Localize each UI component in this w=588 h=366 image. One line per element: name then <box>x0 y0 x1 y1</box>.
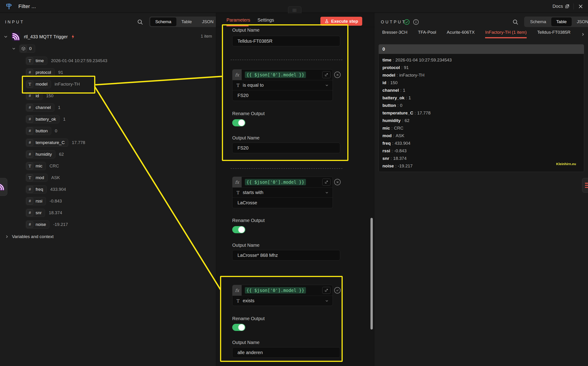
node-detail-view: Filter ... Docs ||| INPUT Schema Table J… <box>0 0 588 366</box>
mqtt-node-icon <box>11 32 20 41</box>
remove-condition-icon[interactable] <box>334 179 341 185</box>
output-view-json[interactable]: JSON <box>572 17 588 26</box>
tree-field-channel[interactable]: #channel1 <box>26 103 60 112</box>
tree-node-root[interactable]: 0 <box>11 45 35 53</box>
close-icon[interactable] <box>578 4 583 9</box>
type-number-icon: # <box>26 92 33 99</box>
tree-field-snr[interactable]: #snr18.374 <box>26 209 62 217</box>
rename-output-toggle[interactable] <box>232 119 245 126</box>
condition-group-2: fx {{ $json['0'].model }} T starts with … <box>232 176 333 208</box>
tree-field-id[interactable]: #id150 <box>26 92 54 100</box>
pinned-log-icon[interactable] <box>582 178 588 193</box>
table-row: channel:1 <box>379 86 584 94</box>
operator-select[interactable]: T exists <box>232 296 333 306</box>
tabs-scroll-right-icon[interactable] <box>581 32 585 37</box>
tree-field-freq[interactable]: #freq433.904 <box>26 185 66 194</box>
tab-tfa-pool[interactable]: TFA-Pool <box>418 30 436 37</box>
filter-node-icon <box>5 2 13 10</box>
output-rows: time:2026-01-04 10:27:59.234543 protocol… <box>379 54 584 170</box>
trigger-node-label: rtl_433 MQTT Trigger <box>24 34 68 39</box>
output-name-input-top[interactable]: Telldus-FT0385R <box>232 36 340 46</box>
output-name-input-3[interactable]: alle anderen <box>232 347 340 358</box>
operand-input[interactable]: FS20 <box>232 90 333 101</box>
expression-row[interactable]: fx {{ $json['0'].model }} <box>232 69 333 80</box>
output-view-table[interactable]: Table <box>551 17 572 26</box>
table-row: freq:433.904 <box>379 139 584 147</box>
input-item-count: 1 item <box>201 34 212 39</box>
type-number-icon: # <box>26 104 33 111</box>
output-name-label: Output Name <box>232 28 260 33</box>
tree-field-temperature[interactable]: #temperature_C17.778 <box>26 138 85 147</box>
output-group-header[interactable]: 0 <box>379 45 584 54</box>
tree-field-time[interactable]: Ttime2026-01-04 10:27:59.234543 <box>26 57 107 65</box>
expression-row[interactable]: fx {{ $json['0'].model }} <box>232 285 333 296</box>
tree-field-mod[interactable]: TmodASK <box>26 174 60 182</box>
tree-field-protocol[interactable]: #protocol91 <box>26 68 63 76</box>
parameters-header: Parameters Settings Execute step <box>216 13 374 27</box>
table-row: snr:18.374 <box>379 155 584 162</box>
success-check-icon <box>404 19 410 25</box>
expand-expression-icon[interactable] <box>322 179 331 185</box>
type-number-icon: # <box>26 221 33 228</box>
table-row: model:inFactory-TH <box>379 71 584 79</box>
panel-drag-handle[interactable]: ||| <box>288 7 301 13</box>
chevron-down-icon[interactable] <box>11 46 16 51</box>
output-name-label: Output Name <box>232 340 260 345</box>
type-number-icon: # <box>26 116 33 123</box>
type-number-icon: # <box>26 186 33 193</box>
rename-output-toggle[interactable] <box>232 226 245 233</box>
operator-select[interactable]: T is equal to <box>232 80 333 90</box>
search-icon[interactable] <box>512 19 519 25</box>
condition-valid-icon[interactable] <box>334 287 341 294</box>
tree-field-model[interactable]: TmodelinFactory-TH <box>26 80 80 88</box>
type-string-icon: T <box>26 174 33 181</box>
tree-field-battery-ok[interactable]: #battery_ok1 <box>26 115 65 123</box>
chevron-down-icon[interactable] <box>3 34 8 39</box>
tree-field-noise[interactable]: #noise-19.217 <box>26 220 68 229</box>
type-number-icon: # <box>26 198 33 205</box>
type-string-icon: T <box>237 83 239 88</box>
pinned-mqtt-node-icon[interactable] <box>0 178 7 196</box>
input-view-table[interactable]: Table <box>176 17 197 26</box>
divider <box>573 3 574 9</box>
tree-field-mic[interactable]: TmicCRC <box>26 162 59 170</box>
output-name-label: Output Name <box>232 135 260 141</box>
output-view-schema[interactable]: Schema <box>525 17 551 26</box>
tree-field-humidity[interactable]: #humidity62 <box>26 150 64 159</box>
scrollbar-thumb[interactable] <box>371 218 373 329</box>
expression-row[interactable]: fx {{ $json['0'].model }} <box>232 177 333 187</box>
expand-expression-icon[interactable] <box>322 287 331 294</box>
input-view-switcher: Schema Table JSON <box>149 16 220 27</box>
operand-input[interactable]: LaCrosse <box>232 198 333 208</box>
tab-bresser-3ch[interactable]: Bresser-3CH <box>382 30 407 37</box>
expression-value[interactable]: {{ $json['0'].model }} <box>245 179 306 185</box>
search-icon[interactable] <box>137 19 143 25</box>
remove-condition-icon[interactable] <box>334 72 341 78</box>
rename-output-toggle[interactable] <box>232 324 245 331</box>
table-row: id:150 <box>379 79 584 86</box>
type-number-icon: # <box>26 139 33 146</box>
docs-link[interactable]: Docs <box>552 4 569 9</box>
expression-value[interactable]: {{ $json['0'].model }} <box>245 287 306 294</box>
output-name-input-2[interactable]: LaCrosse* 868 Mhz <box>232 250 340 260</box>
type-string-icon: T <box>237 190 239 195</box>
operator-select[interactable]: T starts with <box>232 187 333 198</box>
tab-settings[interactable]: Settings <box>257 17 274 23</box>
flask-icon <box>325 19 329 23</box>
variables-and-context-toggle[interactable]: Variables and context <box>5 233 54 241</box>
tab-acurite-606tx[interactable]: Acurite-606TX <box>447 30 475 37</box>
tab-telldus-ft0385r[interactable]: Telldus-FT0385R <box>537 30 571 37</box>
tree-node-trigger[interactable]: rtl_433 MQTT Trigger <box>3 33 76 41</box>
expression-value[interactable]: {{ $json['0'].model }} <box>245 72 306 78</box>
output-name-input-1[interactable]: FS20 <box>232 143 340 153</box>
chevron-right-icon <box>5 234 9 239</box>
tree-field-rssi[interactable]: #rssi-0.843 <box>26 197 62 205</box>
expand-expression-icon[interactable] <box>322 71 331 78</box>
execute-step-button[interactable]: Execute step <box>320 17 362 26</box>
tree-field-button[interactable]: #button0 <box>26 127 57 135</box>
tab-parameters[interactable]: Parameters <box>226 17 250 23</box>
info-icon[interactable] <box>413 19 419 25</box>
tab-infactory-th[interactable]: InFactory-TH (1 item) <box>485 30 527 38</box>
input-view-json[interactable]: JSON <box>197 17 219 26</box>
input-view-schema[interactable]: Schema <box>150 17 176 26</box>
